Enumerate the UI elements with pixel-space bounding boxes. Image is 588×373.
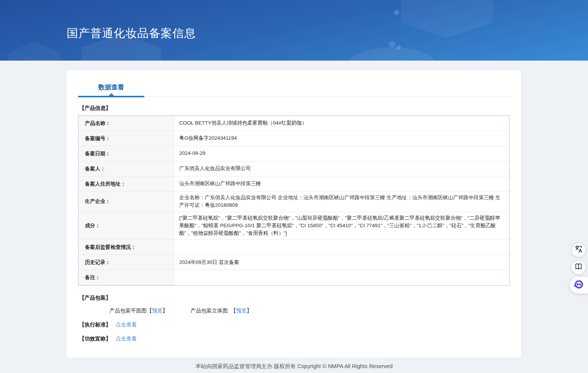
row-label-history: 历史记录： [78,255,175,270]
standards-view-link[interactable]: 点击查看 [116,321,137,328]
row-label-registrant-address: 备案人住所地址： [78,176,175,191]
table-row: 备案人： 广东俏美人化妆品实业有限公司 [78,161,509,176]
dot-decoration [389,41,396,48]
row-value-registrant-address: 汕头市潮南区峡山广祥路中段第三幢 [175,176,509,191]
tab-data-view[interactable]: 数据查看 [78,83,144,97]
table-row: 成分： ["聚二甲基硅氧烷"，"聚二甲基硅氧烷交联聚合物"，"山梨坦异硬脂酸酯"… [78,212,509,240]
table-row: 备案人住所地址： 汕头市潮南区峡山广祥路中段第三幢 [78,176,509,192]
reader-button[interactable] [572,261,585,274]
packaging-stereo-preview-link[interactable]: 预览 [236,307,247,314]
row-value-supervision [175,240,509,254]
table-row: 生产企业： 企业名称：广东俏美人化妆品实业有限公司 企业地址：汕头市潮南区峡山广… [78,192,509,212]
packaging-flat-label: 产品包装平面图 [109,307,147,314]
packaging-stereo-group: 产品包装立体图【预览】 [191,307,252,314]
packaging-stereo-label: 产品包装立体图 [191,307,228,314]
standards-label: 【执行标准】 [79,321,111,328]
row-label-remark: 备注： [78,270,175,285]
efficacy-line: 【功效宣称】点击查看 [78,336,510,342]
row-label-ingredients: 成分： [78,212,175,240]
bracket-close: 】 [247,307,252,314]
table-row: 备案日期： 2024-09-29 [78,146,509,161]
translate-button[interactable] [572,243,585,257]
packaging-preview-line: 产品包装平面图【预览】 产品包装立体图【预览】 [109,307,510,314]
bracket-close: 】 [163,307,168,314]
row-value-remark [175,270,509,285]
table-row: 产品名称： COOL BETTY俏美人绵绒持色柔雾唇釉（04#红梨奶咖） [78,116,509,131]
row-label-supervision: 备案后监督检查情况： [78,240,175,254]
dot-decoration [394,10,399,15]
row-value-record-number: 粤G妆网备字2024341194 [175,131,509,146]
row-label-product-name: 产品名称： [78,116,175,131]
packaging-flat-group: 产品包装平面图【预览】 [109,307,168,314]
row-value-history: 2024年09月30日 首次备案 [175,255,509,270]
bracket-open: 【 [231,307,236,314]
bracket-open: 【 [147,307,152,314]
row-value-manufacturer: 企业名称：广东俏美人化妆品实业有限公司 企业地址：汕头市潮南区峡山广祥路中段第三… [175,192,509,212]
ellipse-decoration [349,47,436,61]
hexagon-decoration [402,0,493,38]
table-row: 备注： [78,270,509,285]
row-label-record-date: 备案日期： [78,146,175,161]
table-row: 备案编号： 粤G妆网备字2024341194 [78,131,509,146]
standards-line: 【执行标准】点击查看 [78,321,510,328]
row-label-manufacturer: 生产企业： [78,192,175,212]
section-title-product-info: 【产品信息】 [79,105,510,112]
ai-assistant-icon [573,278,585,292]
row-value-product-name: COOL BETTY俏美人绵绒持色柔雾唇釉（04#红梨奶咖） [175,116,509,131]
content-card: 数据查看 【产品信息】 产品名称： COOL BETTY俏美人绵绒持色柔雾唇釉（… [67,70,521,357]
footer-copyright: 本站由国家药品监督管理局主办 版权所有 Copyright © NMPA All… [0,363,588,370]
row-value-record-date: 2024-09-29 [175,146,509,161]
translate-icon [574,245,583,255]
tab-bar: 数据查看 [78,70,510,97]
row-label-registrant: 备案人： [78,161,175,176]
row-label-record-number: 备案编号： [78,131,175,146]
efficacy-label: 【功效宣称】 [79,336,111,342]
ai-assistant-button[interactable] [570,277,588,293]
table-row: 历史记录： 2024年09月30日 首次备案 [78,255,509,270]
row-value-registrant: 广东俏美人化妆品实业有限公司 [175,161,509,176]
efficacy-view-link[interactable]: 点击查看 [116,336,137,342]
book-reader-icon [574,262,583,272]
header-banner: 国产普通化妆品备案信息 [0,0,588,61]
page-title: 国产普通化妆品备案信息 [67,26,196,41]
dot-decoration [396,45,401,50]
row-value-ingredients: ["聚二甲基硅氧烷"，"聚二甲基硅氧烷交联聚合物"，"山梨坦异硬脂酸酯"，"聚二… [175,212,509,240]
section-title-packaging: 【产品包装】 [79,295,510,301]
hexagon-decoration [8,42,61,61]
packaging-flat-preview-link[interactable]: 预览 [152,307,163,314]
table-row: 备案后监督检查情况： [78,240,509,255]
product-info-table: 产品名称： COOL BETTY俏美人绵绒持色柔雾唇釉（04#红梨奶咖） 备案编… [78,115,510,286]
